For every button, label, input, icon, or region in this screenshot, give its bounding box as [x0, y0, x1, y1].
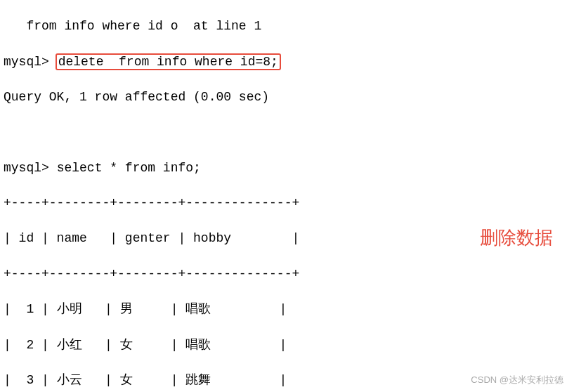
partial-prev-line: from info where id o at line 1 [4, 18, 570, 35]
table-border-mid: +----+--------+--------+--------------+ [4, 266, 570, 283]
table-border-top: +----+--------+--------+--------------+ [4, 195, 570, 212]
prompt-line-1: mysql> delete from info where id=8; [4, 53, 570, 71]
mysql-prompt: mysql> [4, 55, 49, 69]
select-command[interactable]: select * from info; [57, 161, 201, 175]
annotation-label: 删除数据 [480, 225, 553, 250]
blank-line [4, 124, 570, 141]
terminal-output: from info where id o at line 1 mysql> de… [0, 0, 574, 392]
query-result-1: Query OK, 1 row affected (0.00 sec) [4, 89, 570, 106]
mysql-prompt: mysql> [4, 161, 49, 175]
table-row: | 1 | 小明 | 男 | 唱歌 | [4, 301, 570, 318]
watermark-text: CSDN @达米安利拉德 [471, 374, 563, 386]
prompt-line-2: mysql> select * from info; [4, 159, 570, 177]
delete-command-1[interactable]: delete from info where id=8; [56, 53, 281, 70]
table-row: | 2 | 小红 | 女 | 唱歌 | [4, 337, 570, 354]
